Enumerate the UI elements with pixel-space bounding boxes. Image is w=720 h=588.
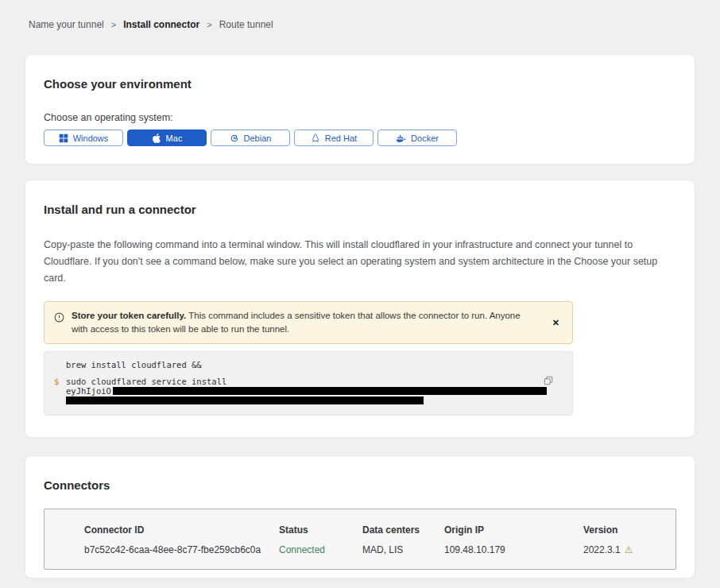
os-button-windows[interactable]: Windows	[44, 130, 123, 146]
os-select-label: Choose an operating system:	[44, 112, 676, 123]
page-content: Choose your environment Choose an operat…	[25, 54, 695, 588]
breadcrumb: Name your tunnel > Install connector > R…	[29, 0, 720, 30]
header-version: Version	[583, 524, 668, 536]
warning-triangle-icon[interactable]: ⚠	[625, 544, 633, 555]
header-connector-id: Connector ID	[84, 524, 279, 536]
status-badge: Connected	[279, 544, 362, 555]
header-status: Status	[279, 524, 362, 536]
os-button-redhat[interactable]: Red Hat	[294, 130, 374, 146]
cell-version: 2022.3.1 ⚠	[583, 544, 668, 555]
table-row: b7c52c42-6caa-48ee-8c77-fbe259cb6c0a Con…	[84, 544, 668, 555]
apple-icon	[152, 133, 161, 143]
code-line-sudo: $ sudo cloudflared service install	[66, 377, 540, 386]
breadcrumb-separator: >	[111, 20, 116, 29]
breadcrumb-install-connector[interactable]: Install connector	[123, 19, 199, 30]
install-command-code-block: brew install cloudflared && $ sudo cloud…	[44, 351, 573, 416]
close-icon[interactable]: ✕	[549, 316, 563, 330]
debian-icon	[230, 133, 239, 143]
os-button-group: Windows Mac Debian Red Hat	[44, 130, 676, 146]
warning-text: Store your token carefully.This command …	[72, 309, 542, 336]
warning-title: Store your token carefully.	[72, 311, 186, 320]
header-origin-ip: Origin IP	[444, 524, 583, 536]
docker-whale-icon	[396, 133, 406, 143]
code-line-token: eyJhIjoiO	[66, 387, 540, 396]
install-card-title: Install and run a connector	[44, 203, 676, 216]
os-button-label: Mac	[166, 133, 183, 143]
install-description: Copy-paste the following command into a …	[44, 237, 673, 287]
breadcrumb-route-tunnel[interactable]: Route tunnel	[219, 19, 273, 30]
redacted-token-bar	[113, 387, 547, 395]
os-button-label: Debian	[244, 133, 272, 143]
install-connector-card: Install and run a connector Copy-paste t…	[25, 180, 695, 438]
code-text: sudo cloudflared service install	[66, 377, 226, 386]
cell-data-centers: MAD, LIS	[362, 544, 444, 555]
os-button-label: Windows	[73, 133, 109, 143]
os-button-label: Red Hat	[325, 133, 357, 143]
environment-card-title: Choose your environment	[44, 77, 676, 91]
linux-penguin-icon	[311, 133, 320, 143]
breadcrumb-name-your-tunnel[interactable]: Name your tunnel	[29, 19, 104, 30]
shell-prompt: $	[54, 377, 59, 386]
table-header-row: Connector ID Status Data centers Origin …	[84, 524, 668, 536]
header-data-centers: Data centers	[362, 524, 444, 536]
os-button-debian[interactable]: Debian	[211, 130, 290, 146]
breadcrumb-separator: >	[207, 20, 211, 29]
os-button-mac[interactable]: Mac	[127, 130, 207, 146]
os-button-label: Docker	[411, 133, 439, 143]
code-text: brew install cloudflared &&	[66, 360, 202, 369]
cell-connector-id: b7c52c42-6caa-48ee-8c77-fbe259cb6c0a	[84, 544, 279, 555]
connectors-card-title: Connectors	[44, 478, 676, 492]
alert-circle-icon	[54, 311, 64, 326]
environment-card: Choose your environment Choose an operat…	[25, 54, 695, 164]
copy-icon[interactable]	[542, 374, 555, 389]
connectors-table: Connector ID Status Data centers Origin …	[44, 509, 676, 570]
token-warning-banner: Store your token carefully.This command …	[44, 301, 573, 344]
version-text: 2022.3.1	[583, 544, 621, 555]
cell-origin-ip: 109.48.10.179	[444, 544, 583, 555]
redacted-token-bar	[66, 397, 424, 404]
token-prefix-text: eyJhIjoiO	[66, 386, 111, 396]
code-line-brew: brew install cloudflared &&	[66, 361, 540, 369]
windows-icon	[59, 133, 68, 143]
os-button-docker[interactable]: Docker	[377, 130, 457, 146]
connectors-card: Connectors Connector ID Status Data cent…	[25, 455, 695, 578]
